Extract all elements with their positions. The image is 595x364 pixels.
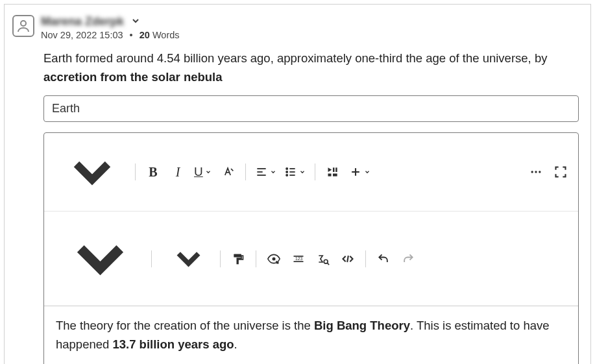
svg-rect-14: [335, 168, 337, 173]
post-editor-panel: Marena Zderpk Nov 29, 2022 15:03 • 20 Wo…: [4, 4, 591, 364]
block-format-select[interactable]: Paragraph: [51, 137, 128, 207]
post-header: Marena Zderpk Nov 29, 2022 15:03 • 20 Wo…: [12, 15, 579, 40]
original-post-body: Earth formed around 4.54 billion years a…: [43, 49, 579, 86]
insert-media-button[interactable]: [322, 161, 344, 183]
post-timestamp: Nov 29, 2022 15:03: [41, 30, 123, 40]
title-input[interactable]: Earth: [43, 95, 579, 122]
align-button[interactable]: [252, 161, 279, 183]
svg-line-29: [347, 256, 348, 262]
svg-text:123: 123: [295, 256, 302, 261]
author-name: Marena Zderpk: [41, 15, 124, 29]
more-actions-button[interactable]: [525, 161, 547, 183]
editor-toolbar: Paragraph B I U: [44, 133, 578, 306]
svg-point-19: [531, 171, 533, 173]
svg-rect-15: [328, 174, 331, 176]
svg-line-2: [231, 169, 233, 171]
word-count-button[interactable]: 123: [287, 248, 310, 270]
format-painter-button[interactable]: [227, 248, 249, 270]
svg-point-7: [286, 171, 287, 173]
font-family-select[interactable]: Lato (Recomm…: [51, 215, 145, 302]
rich-text-editor: Paragraph B I U: [43, 132, 579, 364]
list-button[interactable]: [282, 161, 308, 183]
author-menu-toggle[interactable]: [130, 16, 141, 29]
svg-rect-16: [333, 174, 337, 176]
svg-point-6: [286, 168, 287, 169]
text-color-button[interactable]: [217, 161, 239, 183]
fullscreen-button[interactable]: [550, 161, 572, 183]
svg-point-0: [21, 21, 26, 26]
svg-point-27: [324, 260, 328, 263]
svg-point-20: [535, 171, 537, 173]
italic-button[interactable]: I: [167, 161, 189, 183]
svg-point-23: [273, 257, 276, 260]
source-code-button[interactable]: [337, 248, 359, 270]
equation-button[interactable]: [312, 248, 334, 270]
svg-rect-22: [234, 254, 241, 257]
svg-marker-12: [328, 168, 332, 173]
svg-point-8: [286, 175, 287, 176]
insert-more-button[interactable]: [346, 161, 373, 183]
svg-point-21: [539, 171, 540, 173]
svg-line-28: [328, 263, 330, 265]
underline-button[interactable]: U: [191, 161, 214, 183]
post-word-count: 20 Words: [140, 30, 180, 40]
svg-rect-13: [333, 168, 335, 173]
redo-button[interactable]: [397, 248, 419, 270]
undo-button[interactable]: [372, 248, 395, 270]
font-size-select[interactable]: 0.95re…: [158, 235, 213, 282]
editor-content-area[interactable]: The theory for the creation of the unive…: [44, 306, 578, 364]
bold-button[interactable]: B: [142, 161, 164, 183]
avatar: [12, 15, 34, 37]
accessibility-checker-button[interactable]: [263, 248, 285, 270]
